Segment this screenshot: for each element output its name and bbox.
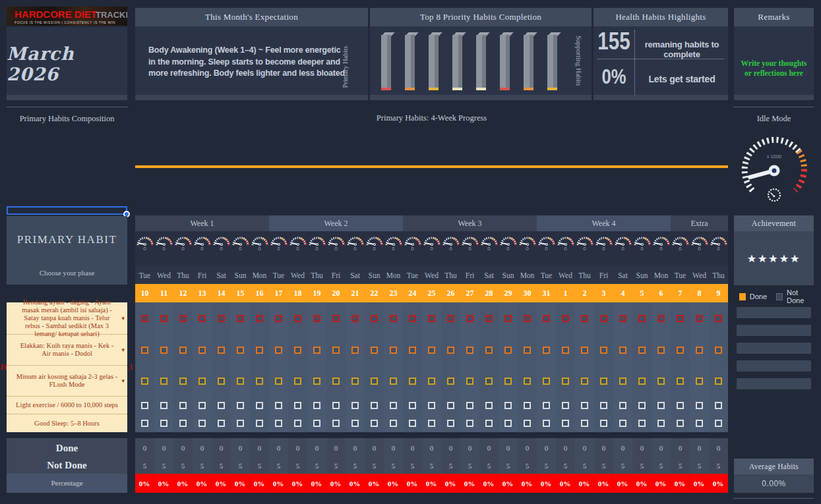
chevron-down-icon[interactable]: ▾ (121, 347, 125, 353)
habit-checkbox[interactable] (677, 347, 684, 354)
habit-checkbox[interactable] (141, 420, 148, 427)
habit-checkbox[interactable] (332, 347, 340, 354)
habit-checkbox[interactable] (160, 347, 167, 354)
habit-checkbox[interactable] (198, 420, 206, 427)
habit-checkbox[interactable] (198, 315, 206, 322)
habit-checkbox[interactable] (562, 315, 569, 322)
habit-checkbox[interactable] (504, 378, 512, 385)
habit-checkbox[interactable] (543, 420, 550, 427)
habit-label-cell[interactable]: Minum air kosong sahaja 2-3 gelas - FLus… (7, 366, 127, 397)
habit-checkbox[interactable] (179, 378, 187, 385)
habit-checkbox[interactable] (332, 402, 340, 409)
habit-checkbox[interactable] (562, 378, 569, 385)
habit-checkbox[interactable] (179, 402, 187, 409)
habit-checkbox[interactable] (485, 402, 493, 409)
habit-checkbox[interactable] (638, 378, 646, 385)
habit-checkbox[interactable] (600, 402, 607, 409)
habit-checkbox[interactable] (466, 402, 473, 409)
habit-checkbox[interactable] (600, 347, 607, 354)
habit-checkbox[interactable] (428, 315, 435, 322)
habit-checkbox[interactable] (371, 402, 378, 409)
habit-checkbox[interactable] (313, 420, 320, 427)
habit-checkbox[interactable] (409, 315, 416, 322)
habit-checkbox[interactable] (218, 402, 225, 409)
habit-checkbox[interactable] (715, 347, 722, 354)
habit-checkbox[interactable] (275, 378, 282, 385)
habit-checkbox[interactable] (141, 315, 148, 322)
habit-checkbox[interactable] (275, 402, 282, 409)
habit-checkbox[interactable] (237, 347, 244, 354)
habit-checkbox[interactable] (218, 420, 225, 427)
habit-checkbox[interactable] (275, 315, 282, 322)
habit-checkbox[interactable] (543, 378, 550, 385)
habit-checkbox[interactable] (619, 402, 626, 409)
habit-checkbox[interactable] (179, 420, 187, 427)
habit-checkbox[interactable] (371, 315, 378, 322)
habit-checkbox[interactable] (409, 402, 416, 409)
habit-checkbox[interactable] (715, 378, 722, 385)
habit-checkbox[interactable] (409, 420, 416, 427)
habit-checkbox[interactable] (504, 315, 512, 322)
habit-checkbox[interactable] (504, 420, 512, 427)
habit-checkbox[interactable] (696, 347, 703, 354)
habit-checkbox[interactable] (256, 402, 263, 409)
habit-checkbox[interactable] (677, 315, 684, 322)
habit-checkbox[interactable] (696, 402, 703, 409)
habit-checkbox[interactable] (562, 347, 569, 354)
habit-checkbox[interactable] (677, 402, 684, 409)
cell-selection-box[interactable] (7, 206, 127, 215)
habit-checkbox[interactable] (160, 315, 167, 322)
habit-checkbox[interactable] (313, 315, 320, 322)
habit-checkbox[interactable] (428, 347, 435, 354)
habit-checkbox[interactable] (237, 402, 244, 409)
habit-checkbox[interactable] (390, 315, 397, 322)
habit-checkbox[interactable] (447, 420, 454, 427)
habit-checkbox[interactable] (237, 420, 244, 427)
habit-checkbox[interactable] (237, 315, 244, 322)
habit-checkbox[interactable] (428, 378, 435, 385)
habit-checkbox[interactable] (696, 420, 703, 427)
chevron-down-icon[interactable]: ▾ (121, 315, 125, 322)
habit-checkbox[interactable] (447, 347, 454, 354)
habit-checkbox[interactable] (294, 420, 301, 427)
habit-checkbox[interactable] (294, 347, 301, 354)
habit-checkbox[interactable] (524, 315, 531, 322)
habit-checkbox[interactable] (351, 420, 359, 427)
habit-checkbox[interactable] (504, 347, 512, 354)
habit-checkbox[interactable] (256, 315, 263, 322)
habit-checkbox[interactable] (619, 378, 626, 385)
habit-checkbox[interactable] (657, 420, 665, 427)
habit-checkbox[interactable] (638, 402, 646, 409)
habit-checkbox[interactable] (294, 378, 301, 385)
habit-checkbox[interactable] (141, 378, 148, 385)
habit-checkbox[interactable] (351, 315, 359, 322)
habit-checkbox[interactable] (524, 347, 531, 354)
habit-label-cell[interactable]: Rendang ayam - daging - Ayam masak merah… (7, 302, 127, 335)
habit-checkbox[interactable] (677, 378, 684, 385)
habit-checkbox[interactable] (466, 378, 473, 385)
habit-checkbox[interactable] (600, 420, 607, 427)
habit-checkbox[interactable] (485, 315, 493, 322)
habit-checkbox[interactable] (390, 347, 397, 354)
habit-checkbox[interactable] (619, 420, 626, 427)
habit-checkbox[interactable] (332, 420, 340, 427)
habit-checkbox[interactable] (351, 378, 359, 385)
habit-checkbox[interactable] (696, 315, 703, 322)
habit-checkbox[interactable] (581, 402, 588, 409)
habit-checkbox[interactable] (198, 347, 206, 354)
remarks-input[interactable]: Write your thoughts or reflections here (739, 46, 808, 91)
habit-checkbox[interactable] (294, 315, 301, 322)
habit-checkbox[interactable] (600, 378, 607, 385)
habit-checkbox[interactable] (562, 402, 569, 409)
habit-checkbox[interactable] (179, 315, 187, 322)
habit-checkbox[interactable] (543, 402, 550, 409)
habit-checkbox[interactable] (657, 378, 665, 385)
habit-checkbox[interactable] (313, 402, 320, 409)
habit-checkbox[interactable] (715, 315, 722, 322)
habit-label-cell[interactable]: Elakkan: Kuih raya manis - Kek - Air man… (7, 335, 127, 366)
habit-checkbox[interactable] (313, 347, 320, 354)
habit-checkbox[interactable] (466, 347, 473, 354)
habit-checkbox[interactable] (466, 420, 473, 427)
habit-checkbox[interactable] (447, 402, 454, 409)
habit-checkbox[interactable] (141, 347, 148, 354)
